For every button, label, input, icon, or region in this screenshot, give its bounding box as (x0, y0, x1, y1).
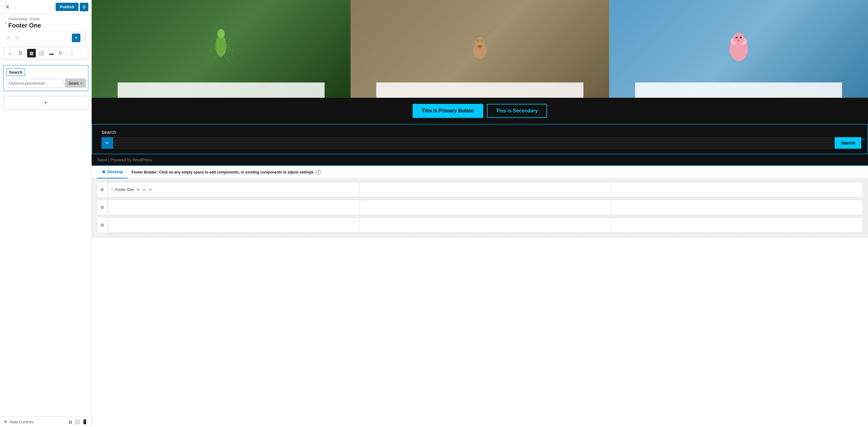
loop-block-btn[interactable]: ↻ (57, 49, 65, 58)
secondary-button-preview[interactable]: This is Secondary (487, 104, 547, 118)
footer-col-2-3[interactable] (611, 200, 863, 215)
hero-white-card-2 (376, 83, 583, 98)
top-bar: ✕ Publish ⚙ (0, 0, 91, 14)
undo-button[interactable]: ↺ (4, 34, 11, 42)
hero-white-card-1 (118, 83, 324, 98)
footer-row-3-cols (108, 218, 863, 233)
toolbar-divider-3 (66, 50, 66, 56)
svg-point-26 (740, 37, 742, 38)
svg-line-16 (468, 31, 471, 34)
footer-row-1: ⚙ ⠿ Footer One ⚙ ⇌ ✕ (97, 182, 863, 198)
footer-col-1-3[interactable] (611, 182, 863, 197)
widget-input-row: Searc ○ (6, 78, 85, 88)
preview-area: This is Primary Button This is Secondary… (92, 0, 868, 427)
back-button[interactable]: ‹ (5, 21, 6, 26)
footer-col-2-2[interactable] (360, 200, 611, 215)
footer-col-1-1[interactable]: ⠿ Footer One ⚙ ⇌ ✕ (108, 182, 360, 197)
footer-col-1-2[interactable] (360, 182, 611, 197)
drag-handle: ⠿ (111, 188, 114, 192)
search-input-row-preview: ✏ Search (101, 137, 861, 149)
desktop-view-button[interactable]: 🖥 (68, 419, 72, 425)
panel-title: Footer One (8, 22, 41, 29)
strip-block-btn[interactable]: ▬ (47, 49, 56, 58)
svg-point-12 (476, 39, 479, 42)
mobile-view-button[interactable]: 📱 (82, 419, 88, 425)
footer-one-close[interactable]: ✕ (148, 187, 153, 192)
svg-line-20 (488, 30, 489, 31)
footer-builder-tabs: 🖥 Desktop Footer Builder: Click on any e… (92, 166, 868, 179)
search-preview-input[interactable] (113, 137, 835, 149)
hero-image-2 (350, 0, 610, 98)
svg-point-27 (737, 39, 740, 41)
hero-images (92, 0, 868, 98)
toolbar-divider-2 (26, 50, 26, 56)
footer-row-2-gear[interactable]: ⚙ (97, 200, 108, 215)
settings-gear-button[interactable]: ⚙ (80, 3, 88, 11)
search-section-preview: Search ✏ Search ✏ (92, 124, 868, 154)
svg-line-15 (471, 31, 475, 38)
footer-col-3-2[interactable] (360, 218, 611, 233)
desktop-tab-icon: 🖥 (101, 169, 105, 174)
top-bar-left: ✕ (3, 3, 11, 11)
info-icon[interactable]: i (316, 170, 320, 175)
svg-line-19 (489, 31, 492, 34)
svg-line-9 (222, 26, 225, 31)
search-edit-pencil-button[interactable]: ✏ (101, 137, 113, 149)
search-submit-preview[interactable]: Search (835, 137, 861, 149)
search-block-btn[interactable]: ⌕ (6, 49, 13, 58)
footer-col-2-1[interactable] (108, 200, 360, 215)
media-block-btn[interactable]: ⬜ (36, 49, 46, 58)
toolbar-more-btn[interactable]: ⋮ (67, 49, 76, 58)
footer-rows: ⚙ ⠿ Footer One ⚙ ⇌ ✕ (92, 179, 868, 238)
svg-point-14 (477, 45, 482, 48)
footer-credit: Neve | Powered by WordPress (92, 154, 868, 165)
footer-row-1-gear[interactable]: ⚙ (97, 182, 108, 197)
widget-label: Search (6, 68, 25, 76)
close-button[interactable]: ✕ (3, 3, 11, 11)
left-panel: ✕ Publish ⚙ ‹ Customizing › Footer Foote… (0, 0, 92, 427)
svg-point-1 (217, 29, 225, 38)
more-options-button[interactable]: ⋮ (82, 34, 88, 41)
hero-image-1 (92, 0, 350, 98)
add-widget-button[interactable]: + (3, 96, 88, 110)
bottom-bar: 👁 Hide Controls 🖥 ⬜ 📱 (0, 416, 91, 427)
widget-placeholder-input[interactable] (6, 79, 63, 88)
widget-search-btn[interactable]: Searc ○ (65, 78, 86, 88)
eye-icon: 👁 (4, 420, 8, 424)
svg-line-7 (224, 55, 232, 64)
redo-button[interactable]: ↻ (13, 34, 21, 42)
right-content: This is Primary Button This is Secondary… (92, 0, 868, 427)
svg-line-6 (210, 55, 218, 64)
view-buttons: 🖥 ⬜ 📱 (68, 419, 88, 425)
footer-col-3-1[interactable] (108, 218, 360, 233)
tab-desktop[interactable]: 🖥 Desktop (97, 166, 128, 178)
add-block-button[interactable]: + (72, 34, 81, 42)
fluffy-creature-image (723, 28, 754, 70)
footer-builder-area: 🖥 Desktop Footer Builder: Click on any e… (92, 165, 868, 238)
breadcrumb: Customizing › Footer (8, 17, 41, 21)
hide-controls-button[interactable]: 👁 Hide Controls (4, 420, 34, 424)
footer-row-3: ⚙ (97, 217, 863, 233)
edit-right-pencil-button[interactable]: ✏ (861, 136, 865, 142)
hero-image-3 (609, 0, 868, 98)
list-block-btn[interactable]: ☰ (16, 49, 25, 58)
footer-col-3-3[interactable] (611, 218, 863, 233)
search-widget: Search Searc ○ (3, 65, 88, 91)
breadcrumb-area: ‹ Customizing › Footer Footer One (0, 14, 91, 32)
footer-row-2-cols (108, 200, 863, 215)
publish-button[interactable]: Publish (56, 3, 79, 11)
footer-one-gear[interactable]: ⚙ (136, 187, 140, 192)
svg-point-13 (480, 39, 483, 42)
footer-row-2: ⚙ (97, 199, 863, 215)
hero-white-card-3 (635, 83, 842, 98)
svg-line-8 (216, 26, 219, 31)
tablet-view-button[interactable]: ⬜ (74, 419, 80, 425)
search-preview-title: Search (101, 130, 861, 135)
widget-area: Search Searc ○ + (0, 62, 91, 416)
block-view-btn[interactable]: ▦ (27, 49, 36, 58)
primary-button-preview[interactable]: This is Primary Button (413, 104, 483, 118)
footer-row-3-gear[interactable]: ⚙ (97, 218, 108, 233)
footer-builder-info: Footer Builder: Click on any empty space… (131, 170, 320, 175)
footer-one-sliders[interactable]: ⇌ (142, 187, 146, 192)
footer-one-label: Footer One (115, 188, 134, 192)
